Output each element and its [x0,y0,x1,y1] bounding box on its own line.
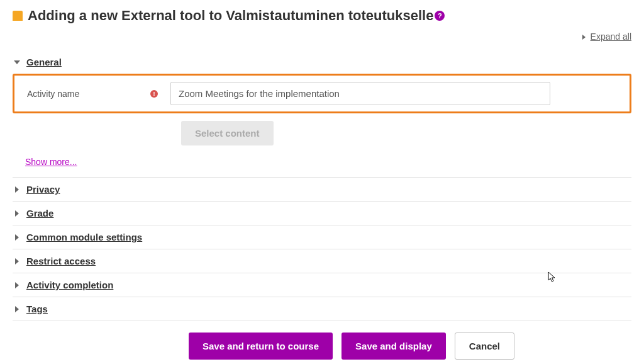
section-common-header[interactable]: Common module settings [13,225,631,249]
caret-right-icon [15,186,19,193]
section-completion-title: Activity completion [26,280,113,290]
section-common: Common module settings [13,225,631,249]
section-restrict-title: Restrict access [26,256,96,266]
cancel-button[interactable]: Cancel [455,333,514,360]
section-general-body: Activity name ! Select content Show more… [13,74,631,177]
section-privacy-header[interactable]: Privacy [13,178,631,201]
section-tags-title: Tags [26,304,48,314]
activity-name-label-col: Activity name ! [14,89,170,99]
section-tags: Tags [13,297,631,321]
caret-right-icon [15,258,19,264]
page-title: Adding a new External tool to Valmistaut… [28,8,433,24]
section-restrict-header[interactable]: Restrict access [13,249,631,273]
section-tags-header[interactable]: Tags [13,297,631,321]
caret-right-icon [15,234,19,241]
select-content-row: Select content [13,116,631,148]
caret-right-icon [15,282,19,288]
activity-name-input-col [170,82,625,105]
section-general: General Activity name ! Select content S… [13,50,631,177]
help-icon[interactable]: ? [435,11,445,21]
section-common-title: Common module settings [26,232,142,242]
section-completion-header[interactable]: Activity completion [13,273,631,297]
page-header: Adding a new External tool to Valmistaut… [13,0,631,29]
save-return-button[interactable]: Save and return to course [189,333,333,360]
section-restrict: Restrict access [13,249,631,273]
activity-name-label: Activity name [27,89,79,99]
expand-all-container: Expand all [13,29,631,50]
external-tool-icon [13,11,23,21]
show-more-link[interactable]: Show more... [25,157,77,167]
section-grade-title: Grade [26,208,53,219]
activity-name-input[interactable] [170,82,550,105]
caret-right-icon [15,306,19,312]
expand-all-link[interactable]: Expand all [591,31,631,42]
show-more-row: Show more... [13,148,631,173]
select-content-button: Select content [181,121,274,145]
activity-name-highlight: Activity name ! [13,74,631,113]
section-grade-header[interactable]: Grade [13,202,631,225]
save-display-button[interactable]: Save and display [341,333,446,360]
section-general-header[interactable]: General [13,50,631,74]
form-actions: Save and return to course Save and displ… [189,321,631,364]
section-completion: Activity completion [13,273,631,297]
caret-right-icon [15,210,19,217]
caret-down-icon [14,60,20,64]
section-privacy: Privacy [13,177,631,202]
section-general-title: General [26,57,62,67]
caret-right-icon [582,35,586,40]
section-privacy-title: Privacy [26,184,60,195]
section-grade: Grade [13,202,631,225]
required-icon: ! [150,90,158,98]
